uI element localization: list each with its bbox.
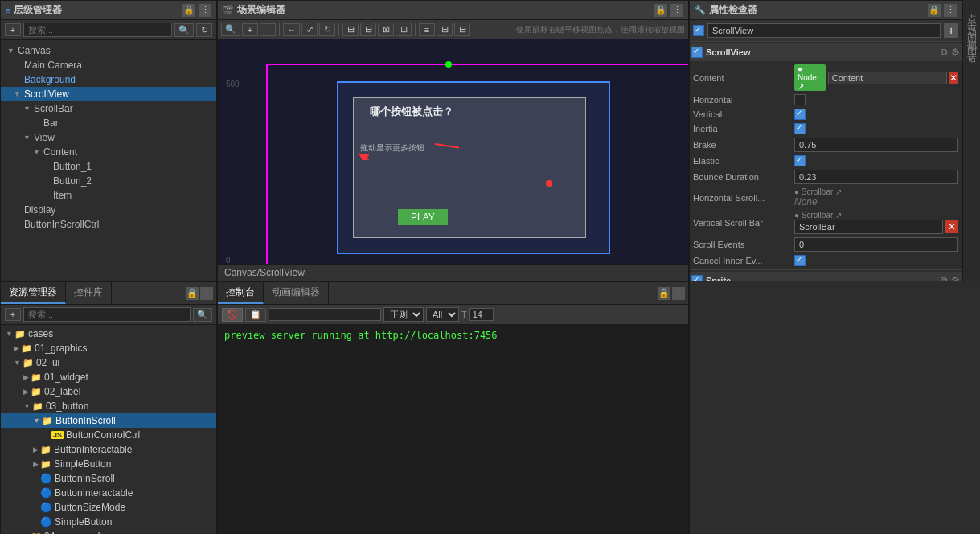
content-clear-btn[interactable]: ✕ xyxy=(949,72,958,84)
tree-bar[interactable]: Bar xyxy=(1,116,216,130)
asset-buttoninscroll-scene[interactable]: ▶ 🔵 ButtonInScroll xyxy=(1,471,216,486)
tree-scrollview[interactable]: ▼ ScrollView xyxy=(1,87,216,101)
console-filter-input[interactable] xyxy=(269,308,381,321)
hierarchy-more-btn[interactable]: ⋮ xyxy=(199,4,211,17)
hierarchy-search-btn[interactable]: 🔍 xyxy=(174,23,194,37)
align6-btn[interactable]: ⊞ xyxy=(437,23,453,36)
zoom-in-btn[interactable]: + xyxy=(242,23,258,36)
asset-add-btn[interactable]: + xyxy=(5,308,21,321)
tab-animation[interactable]: 动画编辑器 xyxy=(264,282,329,304)
sprite-enable-cb[interactable] xyxy=(691,275,703,281)
asset-03button[interactable]: ▼ 📁 03_button xyxy=(1,399,216,413)
vscroll-input[interactable] xyxy=(794,220,943,234)
asset-more-btn[interactable]: ⋮ xyxy=(200,287,213,300)
copy-icon[interactable]: ⧉ xyxy=(941,47,948,58)
asset-01widget[interactable]: ▶ 📁 01_widget xyxy=(1,370,216,384)
console-more-btn[interactable]: ⋮ xyxy=(672,287,685,300)
add-component-btn[interactable]: + xyxy=(944,23,958,38)
tree-buttoninscrollctrl[interactable]: ButtonInScrollCtrl xyxy=(1,217,216,232)
inspector-more-btn[interactable]: ⋮ xyxy=(944,4,957,17)
tree-button1[interactable]: Button_1 xyxy=(1,159,216,174)
tree-canvas[interactable]: ▼ Canvas xyxy=(1,43,216,58)
scene-header: 🎬 场景编辑器 🔒 ⋮ xyxy=(218,1,688,20)
zoom-reset-btn[interactable]: 🔍 xyxy=(221,23,240,36)
inertia-prop: Inertia xyxy=(690,121,962,136)
scrollview-section-header[interactable]: ScrollView ⧉ ⚙ xyxy=(690,43,962,61)
tab-console[interactable]: 控制台 xyxy=(218,282,264,304)
tool1-btn[interactable]: ↔ xyxy=(283,23,300,36)
tab-assets[interactable]: 资源管理器 xyxy=(1,282,66,304)
asset-lock-btn[interactable]: 🔒 xyxy=(186,287,199,300)
align3-btn[interactable]: ⊠ xyxy=(378,23,394,36)
console-lock-btn[interactable]: 🔒 xyxy=(658,287,670,300)
tree-background[interactable]: Background xyxy=(1,72,216,87)
align4-btn[interactable]: ⊡ xyxy=(396,23,412,36)
asset-simplebutton-folder[interactable]: ▶ 📁 SimpleButton xyxy=(1,457,216,471)
asset-search-btn[interactable]: 🔍 xyxy=(193,308,212,322)
settings-icon2[interactable]: ⚙ xyxy=(951,275,960,281)
hierarchy-lock-btn[interactable]: 🔒 xyxy=(182,4,195,17)
settings-icon[interactable]: ⚙ xyxy=(951,47,960,58)
sprite-section-header[interactable]: Sprite ⧉ ⚙ xyxy=(690,272,962,281)
content-input[interactable] xyxy=(828,72,947,84)
hierarchy-refresh-btn[interactable]: ↻ xyxy=(196,23,212,37)
zoom-out-btn[interactable]: - xyxy=(260,23,276,36)
scrollevents-input[interactable] xyxy=(794,237,958,252)
scene-more-btn[interactable]: ⋮ xyxy=(670,4,683,17)
align2-btn[interactable]: ⊟ xyxy=(360,23,376,36)
tree-display[interactable]: Display xyxy=(1,203,216,217)
tree-item[interactable]: Item xyxy=(1,188,216,203)
inspector-lock-btn[interactable]: 🔒 xyxy=(928,4,941,17)
hierarchy-add-btn[interactable]: + xyxy=(5,23,21,36)
align5-btn[interactable]: ≡ xyxy=(419,23,435,36)
play-button[interactable]: PLAY xyxy=(398,209,448,225)
tab-widgets[interactable]: 控件库 xyxy=(66,282,112,304)
brake-input[interactable] xyxy=(794,138,958,152)
asset-04progressbar[interactable]: ▶ 📁 04_progressbar xyxy=(1,529,216,534)
horizontal-checkbox[interactable] xyxy=(794,94,806,105)
asset-buttonsizemode-scene[interactable]: ▶ 🔵 ButtonSizeMode xyxy=(1,500,216,515)
align7-btn[interactable]: ⊟ xyxy=(454,23,470,36)
bounce-input[interactable] xyxy=(794,170,958,184)
console-copy-btn[interactable]: 📋 xyxy=(245,308,266,322)
tree-button2[interactable]: Button_2 xyxy=(1,174,216,188)
hierarchy-search-input[interactable] xyxy=(23,23,172,37)
asset-buttoninteractable-scene[interactable]: ▶ 🔵 ButtonInteractable xyxy=(1,486,216,500)
asset-02ui[interactable]: ▼ 📁 02_ui xyxy=(1,355,216,370)
copy-icon2[interactable]: ⧉ xyxy=(941,275,948,281)
scene-lock-btn[interactable]: 🔒 xyxy=(654,4,667,17)
asset-cases[interactable]: ▼ 📁 cases xyxy=(1,327,216,341)
inspector-scroll-area[interactable]: ScrollView ⧉ ⚙ Content ● Node ↗ ✕ xyxy=(690,42,962,281)
tree-view[interactable]: ▼ View xyxy=(1,130,216,145)
console-ban-btn[interactable]: 🚫 xyxy=(222,308,243,322)
tree-main-camera[interactable]: Main Camera xyxy=(1,58,216,72)
console-level-select[interactable]: All xyxy=(426,307,459,322)
asset-search-input[interactable] xyxy=(23,307,191,322)
asset-buttoninscroll-folder[interactable]: ▼ 📁 ButtonInScroll xyxy=(1,413,216,428)
elastic-checkbox[interactable] xyxy=(794,155,806,166)
tool2-btn[interactable]: ⤢ xyxy=(301,23,318,36)
vertical-checkbox[interactable] xyxy=(794,109,806,120)
scrollview-name-input[interactable] xyxy=(707,23,941,38)
console-size-input[interactable] xyxy=(469,308,494,321)
asset-01graphics[interactable]: ▶ 📁 01_graphics xyxy=(1,341,216,355)
brake-prop: Brake xyxy=(690,136,962,154)
vscroll-clear-btn[interactable]: ✕ xyxy=(945,220,958,233)
tool3-btn[interactable]: ↻ xyxy=(319,23,335,36)
enable-checkbox[interactable] xyxy=(693,25,704,36)
tree-scrollbar[interactable]: ▼ ScrollBar xyxy=(1,101,216,116)
asset-buttoncontrolctrl[interactable]: ▶ JS ButtonControlCtrl xyxy=(1,428,216,442)
asset-simplebutton-scene[interactable]: ▶ 🔵 SimpleButton xyxy=(1,515,216,529)
asset-buttoninteractable-folder[interactable]: ▶ 📁 ButtonInteractable xyxy=(1,442,216,457)
inertia-checkbox[interactable] xyxy=(794,123,806,134)
align1-btn[interactable]: ⊞ xyxy=(342,23,359,36)
vertical-label: Vertical xyxy=(693,109,789,119)
cancelinner-checkbox[interactable] xyxy=(794,255,806,266)
asset-label: ButtonInScroll xyxy=(55,473,115,484)
section-enable-cb[interactable] xyxy=(691,47,703,58)
folder-icon: 📁 xyxy=(31,532,42,535)
asset-02label[interactable]: ▶ 📁 02_label xyxy=(1,384,216,399)
console-filter-select[interactable]: 正则 xyxy=(383,307,424,322)
tree-content[interactable]: ▼ Content xyxy=(1,145,216,159)
canvas-viewport[interactable]: 500 0 0 500 1,000 哪个按钮被点击？ 拖动显示更多按钮 PLAY xyxy=(218,39,688,281)
